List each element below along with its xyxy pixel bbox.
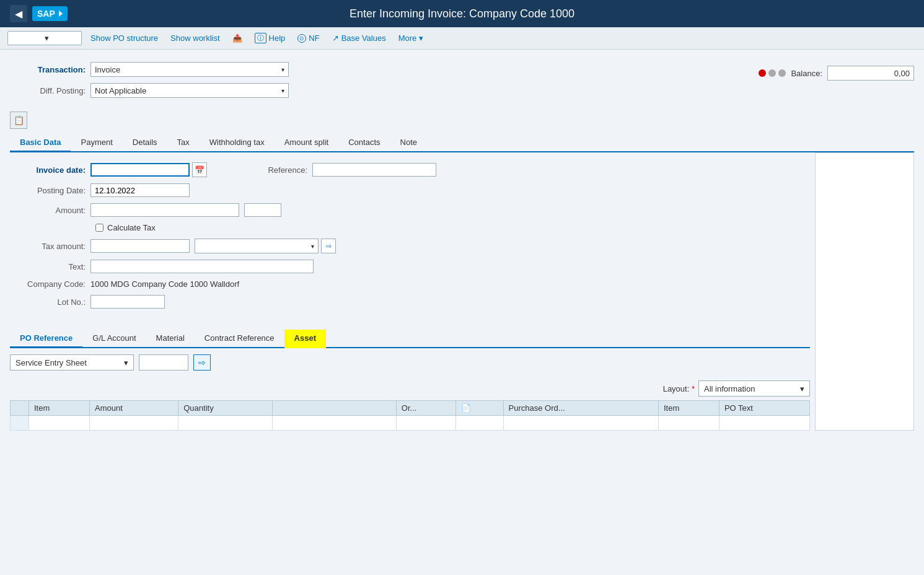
top-form: Transaction: Invoice ▾ Diff. Posting: No… bbox=[10, 57, 914, 109]
nf-icon: ⊙ bbox=[297, 34, 306, 43]
col-icon: 📄 bbox=[456, 401, 503, 416]
service-entry-dropdown[interactable]: Service Entry Sheet ▾ bbox=[10, 354, 134, 371]
transaction-select[interactable]: Invoice ▾ bbox=[90, 62, 289, 77]
amount-input[interactable] bbox=[90, 203, 239, 217]
bottom-tab-contract-reference[interactable]: Contract Reference bbox=[195, 330, 284, 348]
col-po-text: PO Text bbox=[719, 401, 809, 416]
cell-po-text bbox=[719, 416, 809, 431]
posting-date-input[interactable]: 12.10.2022 bbox=[90, 183, 190, 197]
lot-no-input[interactable] bbox=[90, 295, 165, 309]
company-code-label: Company Code: bbox=[10, 279, 90, 289]
bottom-tab-gl-account[interactable]: G/L Account bbox=[82, 330, 146, 348]
traffic-light-gray-1 bbox=[768, 69, 776, 77]
tab-payment[interactable]: Payment bbox=[71, 134, 122, 152]
content-main: Invoice date: 📅 Reference: Posting Date:… bbox=[10, 152, 810, 431]
calculate-tax-checkbox[interactable] bbox=[95, 224, 103, 232]
service-entry-chevron-icon: ▾ bbox=[124, 358, 128, 367]
layout-chevron-icon: ▾ bbox=[800, 384, 804, 393]
more-button[interactable]: More ▾ bbox=[395, 32, 428, 45]
invoice-date-label: Invoice date: bbox=[10, 165, 90, 175]
layout-value: All information bbox=[704, 384, 755, 393]
show-worklist-label: Show worklist bbox=[170, 33, 219, 43]
company-code-row: Company Code: 1000 MDG Company Code 1000… bbox=[10, 279, 810, 289]
tab-withholding-tax[interactable]: Withholding tax bbox=[200, 134, 275, 152]
cell-quantity bbox=[178, 416, 273, 431]
more-label: More bbox=[398, 33, 417, 43]
toolbar-main-dropdown[interactable]: ▾ bbox=[7, 31, 82, 45]
diff-posting-row: Diff. Posting: Not Applicable ▾ bbox=[10, 83, 759, 98]
bottom-tab-asset[interactable]: Asset bbox=[284, 330, 326, 348]
balance-label: Balance: bbox=[791, 69, 822, 78]
help-button[interactable]: ⓘ Help bbox=[251, 31, 289, 45]
cell-item2 bbox=[658, 416, 719, 431]
layout-select[interactable]: All information ▾ bbox=[698, 380, 810, 397]
tax-code-select[interactable]: ▾ bbox=[195, 239, 319, 253]
text-input[interactable] bbox=[90, 260, 314, 273]
page-title: Enter Incoming Invoice: Company Code 100… bbox=[350, 7, 574, 20]
service-entry-input[interactable] bbox=[139, 354, 188, 371]
transaction-field-wrapper: Invoice ▾ bbox=[90, 62, 289, 77]
tax-code-chevron-icon: ▾ bbox=[311, 243, 314, 250]
diff-posting-value: Not Applicable bbox=[95, 86, 146, 95]
bottom-tabs: PO Reference G/L Account Material Contra… bbox=[10, 325, 810, 348]
col-purchase-ord: Purchase Ord... bbox=[503, 401, 658, 416]
service-entry-bar: Service Entry Sheet ▾ ⇨ bbox=[10, 348, 810, 377]
tab-tax[interactable]: Tax bbox=[167, 134, 200, 152]
content-layout: Invoice date: 📅 Reference: Posting Date:… bbox=[10, 152, 914, 431]
currency-input[interactable] bbox=[244, 203, 281, 217]
nf-button[interactable]: ⊙ NF bbox=[294, 32, 323, 45]
nf-label: NF bbox=[309, 33, 319, 43]
col-or: Or... bbox=[396, 401, 455, 416]
transaction-label: Transaction: bbox=[10, 65, 90, 74]
diff-posting-select[interactable]: Not Applicable ▾ bbox=[90, 83, 289, 98]
text-label: Text: bbox=[10, 262, 90, 271]
tab-basic-data[interactable]: Basic Data bbox=[10, 134, 71, 152]
help-icon: ⓘ bbox=[255, 33, 266, 43]
calculate-tax-row: Calculate Tax bbox=[95, 223, 810, 232]
tax-transfer-icon[interactable]: ⇨ bbox=[321, 239, 336, 253]
invoice-date-input[interactable] bbox=[90, 163, 190, 177]
export-button[interactable]: 📤 bbox=[229, 32, 246, 45]
back-button[interactable]: ◀ bbox=[10, 5, 27, 22]
calendar-icon[interactable]: 📅 bbox=[192, 162, 207, 177]
layout-required-marker: * bbox=[692, 384, 695, 393]
tab-note[interactable]: Note bbox=[390, 134, 427, 152]
right-panel bbox=[815, 152, 914, 431]
toolbar-dropdown-chevron: ▾ bbox=[45, 33, 76, 43]
tab-details[interactable]: Details bbox=[123, 134, 167, 152]
tax-amount-row: Tax amount: ▾ ⇨ bbox=[10, 239, 810, 253]
show-po-structure-button[interactable]: Show PO structure bbox=[87, 32, 162, 45]
bottom-tab-material[interactable]: Material bbox=[146, 330, 195, 348]
diff-posting-label: Diff. Posting: bbox=[10, 86, 90, 95]
sap-triangle-icon bbox=[59, 11, 63, 17]
main-content: Transaction: Invoice ▾ Diff. Posting: No… bbox=[0, 50, 924, 438]
service-entry-transfer-icon[interactable]: ⇨ bbox=[193, 354, 211, 371]
cell-or bbox=[396, 416, 455, 431]
traffic-light-gray-2 bbox=[778, 69, 786, 77]
col-item: Item bbox=[29, 401, 90, 416]
lot-no-label: Lot No.: bbox=[10, 297, 90, 307]
invoice-date-wrapper: 📅 bbox=[90, 162, 207, 177]
bottom-tab-po-reference[interactable]: PO Reference bbox=[10, 330, 82, 348]
cell-item bbox=[29, 416, 90, 431]
top-form-left: Transaction: Invoice ▾ Diff. Posting: No… bbox=[10, 62, 759, 104]
tab-amount-split[interactable]: Amount split bbox=[275, 134, 339, 152]
notes-icon[interactable]: 📋 bbox=[10, 112, 27, 129]
po-reference-table: Item Amount Quantity Or... 📄 Purchase Or… bbox=[10, 400, 810, 431]
amount-label: Amount: bbox=[10, 206, 90, 215]
posting-date-row: Posting Date: 12.10.2022 bbox=[10, 183, 810, 197]
col-row-num bbox=[11, 401, 29, 416]
sap-logo: SAP bbox=[32, 6, 68, 21]
company-code-value: 1000 MDG Company Code 1000 Walldorf bbox=[90, 279, 239, 289]
base-values-label: Base Values bbox=[341, 33, 386, 43]
table-empty-row-1 bbox=[11, 416, 810, 431]
show-worklist-button[interactable]: Show worklist bbox=[167, 32, 223, 45]
col-quantity: Quantity bbox=[178, 401, 273, 416]
traffic-lights bbox=[759, 69, 786, 77]
reference-input[interactable] bbox=[312, 163, 436, 177]
tax-amount-input[interactable] bbox=[90, 239, 190, 253]
reference-label: Reference: bbox=[232, 165, 312, 175]
tab-contacts[interactable]: Contacts bbox=[338, 134, 390, 152]
base-values-button[interactable]: ↗ Base Values bbox=[328, 32, 390, 45]
text-row: Text: bbox=[10, 260, 810, 273]
